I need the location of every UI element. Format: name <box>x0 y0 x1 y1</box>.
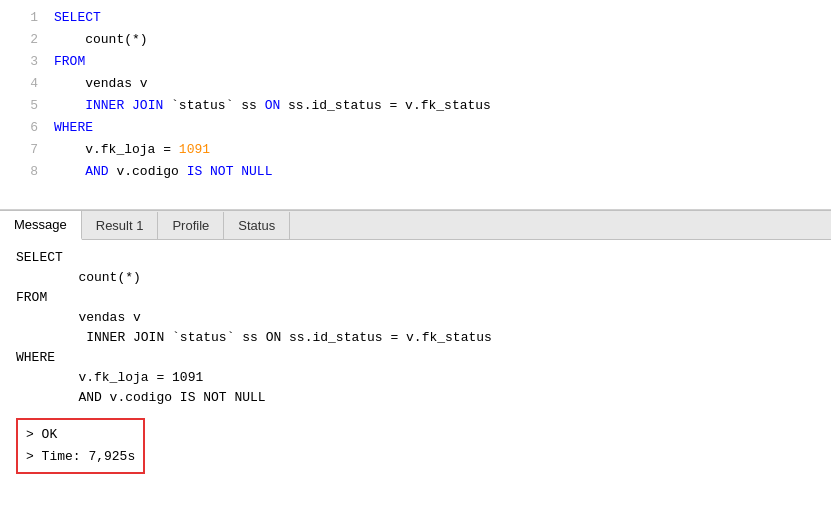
code-line: 8 AND v.codigo IS NOT NULL <box>0 164 831 186</box>
code-line: 6WHERE <box>0 120 831 142</box>
line-code[interactable]: FROM <box>54 54 85 69</box>
line-number: 5 <box>10 98 38 113</box>
code-lines: 1SELECT2 count(*)3FROM4 vendas v5 INNER … <box>0 10 831 186</box>
message-line: SELECT <box>16 250 815 270</box>
line-code[interactable]: SELECT <box>54 10 101 25</box>
line-number: 3 <box>10 54 38 69</box>
editor-pane: 1SELECT2 count(*)3FROM4 vendas v5 INNER … <box>0 0 831 210</box>
line-code[interactable]: count(*) <box>54 32 148 47</box>
tab-profile[interactable]: Profile <box>158 212 224 239</box>
line-number: 8 <box>10 164 38 179</box>
ok-box: > OK > Time: 7,925s <box>16 418 145 474</box>
tab-result-1[interactable]: Result 1 <box>82 212 159 239</box>
line-number: 6 <box>10 120 38 135</box>
tab-status[interactable]: Status <box>224 212 290 239</box>
line-code[interactable]: AND v.codigo IS NOT NULL <box>54 164 272 179</box>
message-line: FROM <box>16 290 815 310</box>
message-line: v.fk_loja = 1091 <box>16 370 815 390</box>
results-pane: MessageResult 1ProfileStatus SELECT coun… <box>0 210 831 484</box>
ok-line: > OK <box>26 424 135 446</box>
line-number: 1 <box>10 10 38 25</box>
code-line: 2 count(*) <box>0 32 831 54</box>
line-number: 2 <box>10 32 38 47</box>
line-number: 4 <box>10 76 38 91</box>
code-line: 5 INNER JOIN `status` ss ON ss.id_status… <box>0 98 831 120</box>
message-line: INNER JOIN `status` ss ON ss.id_status =… <box>16 330 815 350</box>
line-code[interactable]: vendas v <box>54 76 148 91</box>
code-line: 3FROM <box>0 54 831 76</box>
line-code[interactable]: v.fk_loja = 1091 <box>54 142 210 157</box>
message-content: SELECT count(*)FROM vendas v INNER JOIN … <box>0 240 831 484</box>
line-number: 7 <box>10 142 38 157</box>
time-line: > Time: 7,925s <box>26 446 135 468</box>
line-code[interactable]: INNER JOIN `status` ss ON ss.id_status =… <box>54 98 491 113</box>
tab-message[interactable]: Message <box>0 211 82 240</box>
message-line: count(*) <box>16 270 815 290</box>
message-line: WHERE <box>16 350 815 370</box>
code-line: 7 v.fk_loja = 1091 <box>0 142 831 164</box>
message-line: vendas v <box>16 310 815 330</box>
line-code[interactable]: WHERE <box>54 120 93 135</box>
tabs-bar: MessageResult 1ProfileStatus <box>0 210 831 240</box>
code-line: 1SELECT <box>0 10 831 32</box>
message-line: AND v.codigo IS NOT NULL <box>16 390 815 410</box>
code-line: 4 vendas v <box>0 76 831 98</box>
